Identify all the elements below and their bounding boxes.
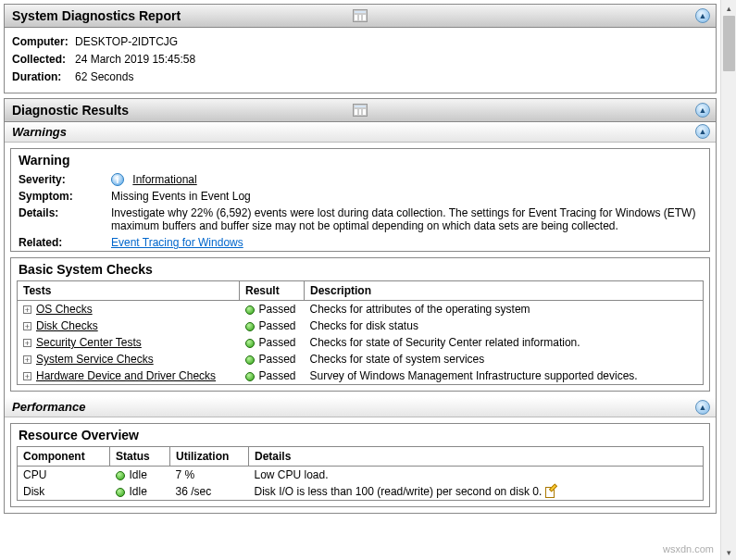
meta-collected-value: 24 March 2019 15:45:58 (75, 51, 195, 68)
result-value: Passed (259, 353, 296, 366)
result-value: Passed (259, 319, 296, 332)
details-value: Low CPU load. (255, 468, 329, 481)
status-pass-icon (245, 305, 255, 315)
test-name-link[interactable]: Disk Checks (36, 319, 98, 332)
severity-value-link[interactable]: Informational (132, 173, 196, 186)
status-pass-icon (245, 355, 255, 365)
status-idle-icon (116, 488, 125, 497)
vertical-scrollbar[interactable]: ▴ ▾ (720, 0, 736, 560)
subheader-title: Performance (12, 400, 85, 414)
info-icon: i (111, 173, 124, 186)
severity-label: Severity: (11, 171, 104, 189)
table-row: +Hardware Device and Driver ChecksPassed… (18, 367, 704, 385)
expand-icon[interactable]: + (23, 305, 31, 314)
basic-checks-panel: Basic System Checks Tests Result Descrip… (10, 257, 710, 392)
table-row: +System Service ChecksPassedChecks for s… (18, 351, 704, 367)
table-row: +Disk ChecksPassedChecks for disk status (18, 317, 704, 334)
performance-subheader[interactable]: Performance ▲ (5, 397, 716, 417)
utilization-value: 36 /sec (170, 483, 249, 501)
diagnostic-results-panel: Diagnostic Results ▲ Warnings ▲ Warning … (4, 98, 717, 515)
status-pass-icon (245, 339, 255, 348)
status-pass-icon (245, 322, 255, 331)
col-tests: Tests (18, 281, 240, 301)
scroll-up-arrow-icon[interactable]: ▴ (721, 0, 736, 16)
test-name-link[interactable]: Hardware Device and Driver Checks (36, 369, 216, 382)
warning-title: Warning (11, 149, 709, 171)
scroll-down-arrow-icon[interactable]: ▾ (721, 544, 736, 560)
warnings-subheader[interactable]: Warnings ▲ (5, 122, 716, 143)
description-value: Checks for state of system services (305, 351, 704, 367)
result-value: Passed (259, 336, 296, 349)
calendar-icon (353, 9, 368, 22)
col-description: Description (305, 281, 704, 301)
status-idle-icon (116, 471, 125, 480)
expand-icon[interactable]: + (23, 322, 31, 330)
result-value: Passed (259, 369, 296, 382)
table-row: CPUIdle7 %Low CPU load. (18, 467, 704, 484)
resource-overview-panel: Resource Overview Component Status Utili… (10, 423, 710, 507)
resource-overview-table: Component Status Utilization Details CPU… (17, 446, 704, 501)
report-meta: Computer: DESKTOP-2IDTCJG Collected: 24 … (5, 28, 716, 93)
scrollbar-thumb[interactable] (723, 16, 735, 71)
expand-icon[interactable]: + (23, 372, 31, 380)
related-link[interactable]: Event Tracing for Windows (111, 236, 243, 249)
system-diagnostics-panel: System Diagnostics Report ▲ Computer: DE… (4, 4, 717, 93)
basic-checks-table: Tests Result Description +OS ChecksPasse… (17, 280, 704, 385)
panel-title: Diagnostic Results (12, 103, 129, 118)
component-value: CPU (18, 467, 110, 484)
meta-collected-label: Collected: (12, 51, 75, 68)
col-status: Status (110, 447, 170, 467)
resource-overview-title: Resource Overview (11, 424, 709, 446)
meta-duration-label: Duration: (12, 68, 75, 86)
component-value: Disk (18, 483, 110, 501)
meta-computer-label: Computer: (12, 33, 75, 51)
test-name-link[interactable]: Security Center Tests (36, 336, 142, 349)
description-value: Checks for attributes of the operating s… (305, 301, 704, 318)
details-value: Investigate why 22% (6,592) events were … (104, 205, 709, 234)
status-pass-icon (245, 372, 255, 381)
calendar-icon (353, 104, 368, 117)
expand-icon[interactable]: + (23, 355, 31, 364)
col-result: Result (240, 281, 305, 301)
collapse-button[interactable]: ▲ (695, 400, 710, 415)
basic-checks-title: Basic System Checks (11, 258, 709, 280)
meta-duration-value: 62 Seconds (75, 68, 133, 86)
report-scroll-area[interactable]: System Diagnostics Report ▲ Computer: DE… (0, 0, 720, 560)
symptom-value: Missing Events in Event Log (104, 188, 709, 205)
status-value: Idle (130, 468, 147, 481)
table-row: +Security Center TestsPassedChecks for s… (18, 334, 704, 351)
system-diagnostics-header[interactable]: System Diagnostics Report ▲ (5, 5, 716, 28)
test-name-link[interactable]: System Service Checks (36, 353, 154, 366)
test-name-link[interactable]: OS Checks (36, 303, 93, 316)
details-value: Disk I/O is less than 100 (read/write) p… (255, 485, 543, 498)
col-component: Component (18, 447, 110, 467)
meta-computer-value: DESKTOP-2IDTCJG (75, 33, 178, 51)
symptom-label: Symptom: (11, 188, 104, 205)
status-value: Idle (130, 485, 147, 498)
utilization-value: 7 % (170, 467, 249, 484)
subheader-title: Warnings (12, 125, 67, 139)
collapse-button[interactable]: ▲ (695, 8, 710, 23)
collapse-button[interactable]: ▲ (695, 103, 710, 118)
description-value: Checks for state of Security Center rela… (305, 334, 704, 351)
collapse-button[interactable]: ▲ (695, 124, 710, 139)
expand-icon[interactable]: + (23, 339, 31, 347)
result-value: Passed (259, 303, 296, 316)
related-label: Related: (11, 234, 104, 251)
table-row: DiskIdle36 /secDisk I/O is less than 100… (18, 483, 704, 501)
description-value: Checks for disk status (305, 317, 704, 334)
edit-icon[interactable] (545, 487, 556, 498)
panel-title: System Diagnostics Report (12, 8, 181, 23)
diagnostic-results-header[interactable]: Diagnostic Results ▲ (5, 99, 716, 122)
col-details: Details (249, 447, 704, 467)
warning-panel: Warning Severity: i Informational Sympto… (10, 148, 710, 253)
warning-details-table: Severity: i Informational Symptom: Missi… (11, 171, 709, 252)
details-label: Details: (11, 205, 104, 234)
table-row: +OS ChecksPassedChecks for attributes of… (18, 301, 704, 318)
description-value: Survey of Windows Management Infrastruct… (305, 367, 704, 385)
col-utilization: Utilization (170, 447, 249, 467)
